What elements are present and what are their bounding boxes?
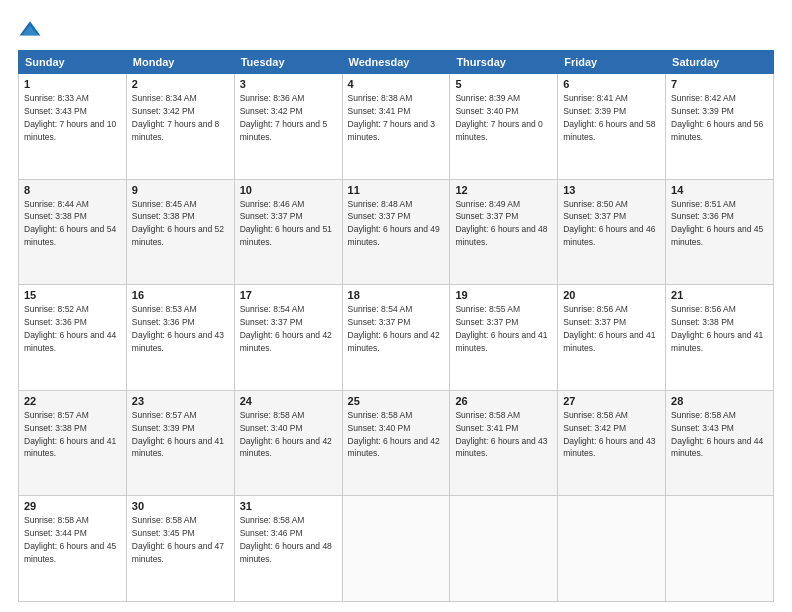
calendar-cell: 27 Sunrise: 8:58 AMSunset: 3:42 PMDaylig…: [558, 390, 666, 496]
calendar-cell: 17 Sunrise: 8:54 AMSunset: 3:37 PMDaylig…: [234, 285, 342, 391]
day-number: 23: [132, 395, 229, 407]
logo-icon: [18, 18, 42, 42]
day-number: 1: [24, 78, 121, 90]
calendar-cell: 23 Sunrise: 8:57 AMSunset: 3:39 PMDaylig…: [126, 390, 234, 496]
day-number: 24: [240, 395, 337, 407]
calendar-cell: 21 Sunrise: 8:56 AMSunset: 3:38 PMDaylig…: [666, 285, 774, 391]
day-info: Sunrise: 8:34 AMSunset: 3:42 PMDaylight:…: [132, 93, 219, 142]
calendar-week-row: 1 Sunrise: 8:33 AMSunset: 3:43 PMDayligh…: [19, 74, 774, 180]
day-number: 9: [132, 184, 229, 196]
column-header-saturday: Saturday: [666, 51, 774, 74]
day-info: Sunrise: 8:58 AMSunset: 3:40 PMDaylight:…: [348, 410, 440, 459]
calendar-cell: 26 Sunrise: 8:58 AMSunset: 3:41 PMDaylig…: [450, 390, 558, 496]
day-number: 15: [24, 289, 121, 301]
day-info: Sunrise: 8:45 AMSunset: 3:38 PMDaylight:…: [132, 199, 224, 248]
day-info: Sunrise: 8:58 AMSunset: 3:43 PMDaylight:…: [671, 410, 763, 459]
column-header-thursday: Thursday: [450, 51, 558, 74]
day-number: 25: [348, 395, 445, 407]
column-header-sunday: Sunday: [19, 51, 127, 74]
calendar-week-row: 29 Sunrise: 8:58 AMSunset: 3:44 PMDaylig…: [19, 496, 774, 602]
day-number: 22: [24, 395, 121, 407]
calendar-cell: 6 Sunrise: 8:41 AMSunset: 3:39 PMDayligh…: [558, 74, 666, 180]
day-number: 17: [240, 289, 337, 301]
day-number: 3: [240, 78, 337, 90]
day-info: Sunrise: 8:36 AMSunset: 3:42 PMDaylight:…: [240, 93, 327, 142]
calendar-cell: 9 Sunrise: 8:45 AMSunset: 3:38 PMDayligh…: [126, 179, 234, 285]
calendar-cell: 2 Sunrise: 8:34 AMSunset: 3:42 PMDayligh…: [126, 74, 234, 180]
calendar-cell: 18 Sunrise: 8:54 AMSunset: 3:37 PMDaylig…: [342, 285, 450, 391]
day-info: Sunrise: 8:52 AMSunset: 3:36 PMDaylight:…: [24, 304, 116, 353]
day-info: Sunrise: 8:44 AMSunset: 3:38 PMDaylight:…: [24, 199, 116, 248]
day-number: 14: [671, 184, 768, 196]
calendar-header-row: SundayMondayTuesdayWednesdayThursdayFrid…: [19, 51, 774, 74]
day-number: 21: [671, 289, 768, 301]
day-info: Sunrise: 8:49 AMSunset: 3:37 PMDaylight:…: [455, 199, 547, 248]
calendar-cell: 25 Sunrise: 8:58 AMSunset: 3:40 PMDaylig…: [342, 390, 450, 496]
column-header-wednesday: Wednesday: [342, 51, 450, 74]
day-number: 7: [671, 78, 768, 90]
day-info: Sunrise: 8:57 AMSunset: 3:38 PMDaylight:…: [24, 410, 116, 459]
day-info: Sunrise: 8:42 AMSunset: 3:39 PMDaylight:…: [671, 93, 763, 142]
day-info: Sunrise: 8:33 AMSunset: 3:43 PMDaylight:…: [24, 93, 116, 142]
header: [18, 18, 774, 42]
calendar-cell: 15 Sunrise: 8:52 AMSunset: 3:36 PMDaylig…: [19, 285, 127, 391]
calendar-cell: 7 Sunrise: 8:42 AMSunset: 3:39 PMDayligh…: [666, 74, 774, 180]
calendar-cell: 24 Sunrise: 8:58 AMSunset: 3:40 PMDaylig…: [234, 390, 342, 496]
day-number: 2: [132, 78, 229, 90]
day-info: Sunrise: 8:57 AMSunset: 3:39 PMDaylight:…: [132, 410, 224, 459]
day-number: 28: [671, 395, 768, 407]
calendar-cell: 19 Sunrise: 8:55 AMSunset: 3:37 PMDaylig…: [450, 285, 558, 391]
day-number: 6: [563, 78, 660, 90]
calendar-cell: 3 Sunrise: 8:36 AMSunset: 3:42 PMDayligh…: [234, 74, 342, 180]
day-number: 13: [563, 184, 660, 196]
day-number: 10: [240, 184, 337, 196]
calendar-cell: 8 Sunrise: 8:44 AMSunset: 3:38 PMDayligh…: [19, 179, 127, 285]
day-number: 19: [455, 289, 552, 301]
column-header-tuesday: Tuesday: [234, 51, 342, 74]
day-info: Sunrise: 8:58 AMSunset: 3:40 PMDaylight:…: [240, 410, 332, 459]
day-info: Sunrise: 8:46 AMSunset: 3:37 PMDaylight:…: [240, 199, 332, 248]
day-info: Sunrise: 8:38 AMSunset: 3:41 PMDaylight:…: [348, 93, 435, 142]
day-info: Sunrise: 8:56 AMSunset: 3:38 PMDaylight:…: [671, 304, 763, 353]
calendar-cell: 5 Sunrise: 8:39 AMSunset: 3:40 PMDayligh…: [450, 74, 558, 180]
calendar-week-row: 15 Sunrise: 8:52 AMSunset: 3:36 PMDaylig…: [19, 285, 774, 391]
calendar-cell: 10 Sunrise: 8:46 AMSunset: 3:37 PMDaylig…: [234, 179, 342, 285]
day-number: 5: [455, 78, 552, 90]
day-info: Sunrise: 8:56 AMSunset: 3:37 PMDaylight:…: [563, 304, 655, 353]
day-number: 12: [455, 184, 552, 196]
calendar-table: SundayMondayTuesdayWednesdayThursdayFrid…: [18, 50, 774, 602]
calendar-cell: [666, 496, 774, 602]
calendar-cell: 4 Sunrise: 8:38 AMSunset: 3:41 PMDayligh…: [342, 74, 450, 180]
day-info: Sunrise: 8:54 AMSunset: 3:37 PMDaylight:…: [240, 304, 332, 353]
calendar-cell: 31 Sunrise: 8:58 AMSunset: 3:46 PMDaylig…: [234, 496, 342, 602]
day-info: Sunrise: 8:54 AMSunset: 3:37 PMDaylight:…: [348, 304, 440, 353]
day-number: 8: [24, 184, 121, 196]
day-info: Sunrise: 8:58 AMSunset: 3:46 PMDaylight:…: [240, 515, 332, 564]
day-number: 11: [348, 184, 445, 196]
calendar-cell: 14 Sunrise: 8:51 AMSunset: 3:36 PMDaylig…: [666, 179, 774, 285]
day-number: 20: [563, 289, 660, 301]
day-info: Sunrise: 8:51 AMSunset: 3:36 PMDaylight:…: [671, 199, 763, 248]
calendar-cell: 13 Sunrise: 8:50 AMSunset: 3:37 PMDaylig…: [558, 179, 666, 285]
calendar-cell: 20 Sunrise: 8:56 AMSunset: 3:37 PMDaylig…: [558, 285, 666, 391]
day-info: Sunrise: 8:39 AMSunset: 3:40 PMDaylight:…: [455, 93, 542, 142]
day-number: 30: [132, 500, 229, 512]
day-info: Sunrise: 8:50 AMSunset: 3:37 PMDaylight:…: [563, 199, 655, 248]
day-number: 31: [240, 500, 337, 512]
day-number: 26: [455, 395, 552, 407]
day-info: Sunrise: 8:55 AMSunset: 3:37 PMDaylight:…: [455, 304, 547, 353]
day-number: 18: [348, 289, 445, 301]
calendar-week-row: 8 Sunrise: 8:44 AMSunset: 3:38 PMDayligh…: [19, 179, 774, 285]
calendar-cell: 12 Sunrise: 8:49 AMSunset: 3:37 PMDaylig…: [450, 179, 558, 285]
day-info: Sunrise: 8:41 AMSunset: 3:39 PMDaylight:…: [563, 93, 655, 142]
calendar-cell: [450, 496, 558, 602]
calendar-week-row: 22 Sunrise: 8:57 AMSunset: 3:38 PMDaylig…: [19, 390, 774, 496]
column-header-friday: Friday: [558, 51, 666, 74]
calendar-cell: 29 Sunrise: 8:58 AMSunset: 3:44 PMDaylig…: [19, 496, 127, 602]
day-info: Sunrise: 8:48 AMSunset: 3:37 PMDaylight:…: [348, 199, 440, 248]
day-info: Sunrise: 8:58 AMSunset: 3:41 PMDaylight:…: [455, 410, 547, 459]
day-number: 29: [24, 500, 121, 512]
page: SundayMondayTuesdayWednesdayThursdayFrid…: [0, 0, 792, 612]
column-header-monday: Monday: [126, 51, 234, 74]
day-number: 4: [348, 78, 445, 90]
